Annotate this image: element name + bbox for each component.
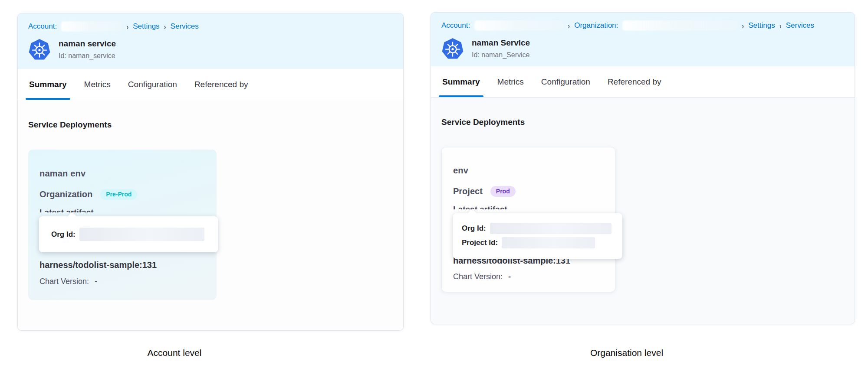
redacted-organization-name <box>622 20 737 31</box>
environment-scope-row[interactable]: Project Prod <box>453 186 604 197</box>
right-panel-caption: Organisation level <box>590 348 663 358</box>
tab-configuration[interactable]: Configuration <box>541 66 590 97</box>
tab-configuration[interactable]: Configuration <box>128 69 177 100</box>
occluded-text-line: Latest artifact <box>39 208 205 212</box>
service-name: naman Service <box>472 38 530 48</box>
tab-bar: Summary Metrics Configuration Referenced… <box>18 69 403 100</box>
breadcrumb-services-link[interactable]: Services <box>171 22 199 31</box>
org-id-row: Org Id: <box>51 228 218 241</box>
chart-version-label: Chart Version: <box>39 277 89 286</box>
service-id: Id: naman_service <box>59 52 116 60</box>
left-panel-caption: Account level <box>148 348 202 358</box>
environment-scope-label[interactable]: Project <box>453 186 483 196</box>
environment-name: env <box>453 166 604 176</box>
chevron-right-icon: › <box>779 21 782 30</box>
occluded-text-line: Latest artifact <box>453 205 604 209</box>
org-id-label: Org Id: <box>51 230 76 239</box>
org-id-label: Org Id: <box>462 224 486 233</box>
redacted-account-name <box>474 20 563 31</box>
tab-metrics[interactable]: Metrics <box>84 69 111 100</box>
chart-version-label: Chart Version: <box>453 272 503 281</box>
project-id-row: Project Id: <box>462 237 622 248</box>
chart-version-row: Chart Version: - <box>453 272 511 281</box>
environment-card-body: env Project Prod Latest artifact <box>442 147 615 209</box>
chevron-right-icon: › <box>742 21 744 30</box>
summary-tab-content: Service Deployments naman env Organizati… <box>18 100 403 331</box>
artifact-name: harness/todolist-sample:131 <box>39 260 157 270</box>
environment-card-body: naman env Organization Pre-Prod Latest a… <box>28 150 217 212</box>
env-type-badge: Prod <box>490 186 516 197</box>
breadcrumb-settings-link[interactable]: Settings <box>748 21 775 30</box>
kubernetes-icon <box>28 38 51 61</box>
breadcrumb-organization-link[interactable]: Organization: <box>574 21 618 30</box>
env-type-badge: Pre-Prod <box>100 189 137 200</box>
service-title-row: naman service Id: naman_service <box>28 38 393 61</box>
environment-name: naman env <box>39 169 205 179</box>
service-header: Account: › Settings › Services naman ser… <box>18 13 403 69</box>
environment-scope-row[interactable]: Organization Pre-Prod <box>39 189 205 200</box>
breadcrumb-settings-link[interactable]: Settings <box>133 22 159 31</box>
project-id-label: Project Id: <box>462 238 498 247</box>
summary-tab-content: Service Deployments env Project Prod Lat… <box>431 98 855 324</box>
chart-version-value: - <box>95 277 97 286</box>
scope-id-tooltip: Org Id: Project Id: <box>453 213 622 259</box>
tab-summary[interactable]: Summary <box>29 69 67 100</box>
tab-bar: Summary Metrics Configuration Referenced… <box>431 66 855 98</box>
chevron-right-icon: › <box>568 21 570 30</box>
tab-referenced-by[interactable]: Referenced by <box>608 66 661 97</box>
redacted-project-id-value <box>502 237 595 248</box>
breadcrumb-account-link[interactable]: Account: <box>441 21 470 30</box>
section-title: Service Deployments <box>441 117 844 127</box>
redacted-account-name <box>61 21 122 32</box>
breadcrumb-services-link[interactable]: Services <box>786 21 814 30</box>
environment-card[interactable]: env Project Prod Latest artifact harness… <box>441 147 615 292</box>
breadcrumb: Account: › Organization: › Settings › Se… <box>441 20 844 31</box>
environment-scope-label[interactable]: Organization <box>39 189 92 199</box>
scope-id-tooltip: Org Id: <box>39 216 218 252</box>
service-name: naman service <box>59 39 116 49</box>
breadcrumb-account-link[interactable]: Account: <box>28 22 57 31</box>
chevron-right-icon: › <box>126 22 128 31</box>
section-title: Service Deployments <box>28 120 393 130</box>
tab-metrics[interactable]: Metrics <box>497 66 524 97</box>
service-id: Id: naman_Service <box>472 51 530 59</box>
chart-version-value: - <box>508 272 511 281</box>
chevron-right-icon: › <box>164 22 166 31</box>
chart-version-row: Chart Version: - <box>39 277 97 286</box>
kubernetes-icon <box>441 37 464 60</box>
org-id-row: Org Id: <box>462 223 622 234</box>
service-title-block: naman Service Id: naman_Service <box>472 38 530 59</box>
redacted-org-id-value <box>79 228 204 241</box>
tab-referenced-by[interactable]: Referenced by <box>194 69 248 100</box>
environment-card[interactable]: naman env Organization Pre-Prod Latest a… <box>28 150 217 300</box>
breadcrumb: Account: › Settings › Services <box>28 21 393 32</box>
account-level-panel: Account: › Settings › Services naman ser… <box>17 13 404 331</box>
service-header: Account: › Organization: › Settings › Se… <box>431 13 855 66</box>
redacted-org-id-value <box>490 223 612 234</box>
organisation-level-panel: Account: › Organization: › Settings › Se… <box>431 12 855 324</box>
tab-summary[interactable]: Summary <box>442 66 480 97</box>
service-title-block: naman service Id: naman_service <box>59 39 116 60</box>
service-title-row: naman Service Id: naman_Service <box>441 37 844 60</box>
